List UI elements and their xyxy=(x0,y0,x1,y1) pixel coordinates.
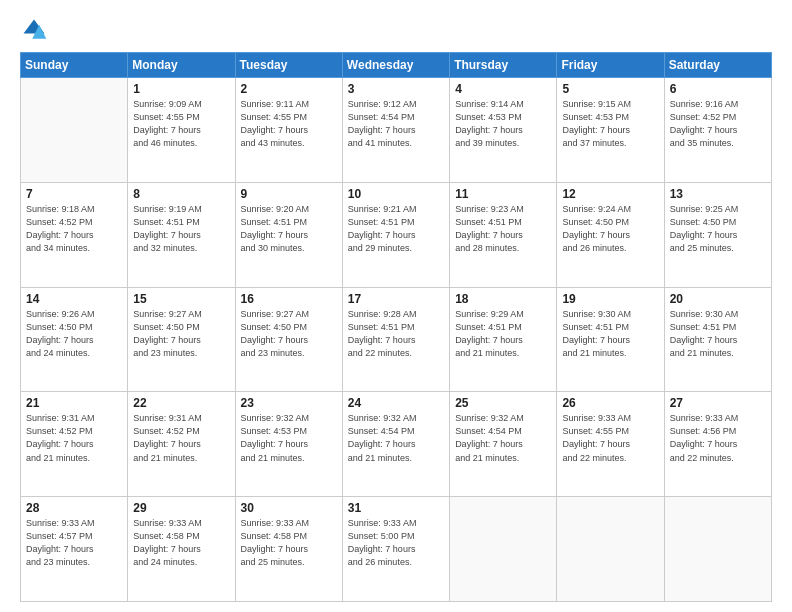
calendar-week-row: 28Sunrise: 9:33 AM Sunset: 4:57 PM Dayli… xyxy=(21,497,772,602)
weekday-header-sunday: Sunday xyxy=(21,53,128,78)
day-info: Sunrise: 9:33 AM Sunset: 4:56 PM Dayligh… xyxy=(670,412,766,464)
day-info: Sunrise: 9:33 AM Sunset: 5:00 PM Dayligh… xyxy=(348,517,444,569)
day-number: 9 xyxy=(241,187,337,201)
weekday-header-monday: Monday xyxy=(128,53,235,78)
weekday-header-row: SundayMondayTuesdayWednesdayThursdayFrid… xyxy=(21,53,772,78)
calendar-cell xyxy=(557,497,664,602)
page: SundayMondayTuesdayWednesdayThursdayFrid… xyxy=(0,0,792,612)
calendar-cell: 17Sunrise: 9:28 AM Sunset: 4:51 PM Dayli… xyxy=(342,287,449,392)
calendar-cell: 29Sunrise: 9:33 AM Sunset: 4:58 PM Dayli… xyxy=(128,497,235,602)
day-number: 17 xyxy=(348,292,444,306)
logo-icon xyxy=(20,16,48,44)
day-number: 18 xyxy=(455,292,551,306)
day-number: 16 xyxy=(241,292,337,306)
calendar-cell: 2Sunrise: 9:11 AM Sunset: 4:55 PM Daylig… xyxy=(235,78,342,183)
day-number: 5 xyxy=(562,82,658,96)
calendar-cell: 20Sunrise: 9:30 AM Sunset: 4:51 PM Dayli… xyxy=(664,287,771,392)
day-info: Sunrise: 9:23 AM Sunset: 4:51 PM Dayligh… xyxy=(455,203,551,255)
day-info: Sunrise: 9:32 AM Sunset: 4:53 PM Dayligh… xyxy=(241,412,337,464)
day-info: Sunrise: 9:33 AM Sunset: 4:58 PM Dayligh… xyxy=(133,517,229,569)
day-number: 4 xyxy=(455,82,551,96)
calendar-cell: 15Sunrise: 9:27 AM Sunset: 4:50 PM Dayli… xyxy=(128,287,235,392)
calendar-cell: 19Sunrise: 9:30 AM Sunset: 4:51 PM Dayli… xyxy=(557,287,664,392)
day-number: 2 xyxy=(241,82,337,96)
day-number: 13 xyxy=(670,187,766,201)
day-number: 30 xyxy=(241,501,337,515)
day-number: 28 xyxy=(26,501,122,515)
calendar-week-row: 14Sunrise: 9:26 AM Sunset: 4:50 PM Dayli… xyxy=(21,287,772,392)
day-number: 6 xyxy=(670,82,766,96)
day-number: 27 xyxy=(670,396,766,410)
calendar-cell: 3Sunrise: 9:12 AM Sunset: 4:54 PM Daylig… xyxy=(342,78,449,183)
day-number: 1 xyxy=(133,82,229,96)
day-number: 14 xyxy=(26,292,122,306)
calendar-cell: 8Sunrise: 9:19 AM Sunset: 4:51 PM Daylig… xyxy=(128,182,235,287)
day-info: Sunrise: 9:26 AM Sunset: 4:50 PM Dayligh… xyxy=(26,308,122,360)
day-number: 3 xyxy=(348,82,444,96)
day-info: Sunrise: 9:33 AM Sunset: 4:57 PM Dayligh… xyxy=(26,517,122,569)
day-info: Sunrise: 9:18 AM Sunset: 4:52 PM Dayligh… xyxy=(26,203,122,255)
day-number: 7 xyxy=(26,187,122,201)
day-number: 25 xyxy=(455,396,551,410)
day-info: Sunrise: 9:19 AM Sunset: 4:51 PM Dayligh… xyxy=(133,203,229,255)
weekday-header-wednesday: Wednesday xyxy=(342,53,449,78)
day-info: Sunrise: 9:28 AM Sunset: 4:51 PM Dayligh… xyxy=(348,308,444,360)
calendar-cell: 9Sunrise: 9:20 AM Sunset: 4:51 PM Daylig… xyxy=(235,182,342,287)
day-info: Sunrise: 9:33 AM Sunset: 4:55 PM Dayligh… xyxy=(562,412,658,464)
day-info: Sunrise: 9:12 AM Sunset: 4:54 PM Dayligh… xyxy=(348,98,444,150)
day-number: 26 xyxy=(562,396,658,410)
day-info: Sunrise: 9:16 AM Sunset: 4:52 PM Dayligh… xyxy=(670,98,766,150)
day-info: Sunrise: 9:27 AM Sunset: 4:50 PM Dayligh… xyxy=(133,308,229,360)
calendar-week-row: 7Sunrise: 9:18 AM Sunset: 4:52 PM Daylig… xyxy=(21,182,772,287)
day-number: 11 xyxy=(455,187,551,201)
calendar-cell: 7Sunrise: 9:18 AM Sunset: 4:52 PM Daylig… xyxy=(21,182,128,287)
calendar-cell: 4Sunrise: 9:14 AM Sunset: 4:53 PM Daylig… xyxy=(450,78,557,183)
calendar-cell: 10Sunrise: 9:21 AM Sunset: 4:51 PM Dayli… xyxy=(342,182,449,287)
day-info: Sunrise: 9:30 AM Sunset: 4:51 PM Dayligh… xyxy=(562,308,658,360)
day-number: 29 xyxy=(133,501,229,515)
calendar-cell: 26Sunrise: 9:33 AM Sunset: 4:55 PM Dayli… xyxy=(557,392,664,497)
calendar-week-row: 21Sunrise: 9:31 AM Sunset: 4:52 PM Dayli… xyxy=(21,392,772,497)
calendar-cell: 5Sunrise: 9:15 AM Sunset: 4:53 PM Daylig… xyxy=(557,78,664,183)
day-info: Sunrise: 9:24 AM Sunset: 4:50 PM Dayligh… xyxy=(562,203,658,255)
calendar-cell xyxy=(21,78,128,183)
day-info: Sunrise: 9:32 AM Sunset: 4:54 PM Dayligh… xyxy=(348,412,444,464)
calendar-cell: 25Sunrise: 9:32 AM Sunset: 4:54 PM Dayli… xyxy=(450,392,557,497)
day-number: 8 xyxy=(133,187,229,201)
weekday-header-thursday: Thursday xyxy=(450,53,557,78)
calendar-cell: 1Sunrise: 9:09 AM Sunset: 4:55 PM Daylig… xyxy=(128,78,235,183)
calendar-cell: 28Sunrise: 9:33 AM Sunset: 4:57 PM Dayli… xyxy=(21,497,128,602)
calendar-cell xyxy=(664,497,771,602)
weekday-header-friday: Friday xyxy=(557,53,664,78)
calendar-cell: 31Sunrise: 9:33 AM Sunset: 5:00 PM Dayli… xyxy=(342,497,449,602)
calendar-table: SundayMondayTuesdayWednesdayThursdayFrid… xyxy=(20,52,772,602)
day-number: 21 xyxy=(26,396,122,410)
day-info: Sunrise: 9:25 AM Sunset: 4:50 PM Dayligh… xyxy=(670,203,766,255)
calendar-cell: 22Sunrise: 9:31 AM Sunset: 4:52 PM Dayli… xyxy=(128,392,235,497)
calendar-cell: 6Sunrise: 9:16 AM Sunset: 4:52 PM Daylig… xyxy=(664,78,771,183)
day-info: Sunrise: 9:30 AM Sunset: 4:51 PM Dayligh… xyxy=(670,308,766,360)
calendar-cell: 16Sunrise: 9:27 AM Sunset: 4:50 PM Dayli… xyxy=(235,287,342,392)
day-number: 19 xyxy=(562,292,658,306)
calendar-cell: 24Sunrise: 9:32 AM Sunset: 4:54 PM Dayli… xyxy=(342,392,449,497)
day-info: Sunrise: 9:31 AM Sunset: 4:52 PM Dayligh… xyxy=(133,412,229,464)
calendar-cell: 14Sunrise: 9:26 AM Sunset: 4:50 PM Dayli… xyxy=(21,287,128,392)
day-number: 31 xyxy=(348,501,444,515)
day-info: Sunrise: 9:14 AM Sunset: 4:53 PM Dayligh… xyxy=(455,98,551,150)
calendar-cell: 12Sunrise: 9:24 AM Sunset: 4:50 PM Dayli… xyxy=(557,182,664,287)
day-info: Sunrise: 9:29 AM Sunset: 4:51 PM Dayligh… xyxy=(455,308,551,360)
calendar-cell: 23Sunrise: 9:32 AM Sunset: 4:53 PM Dayli… xyxy=(235,392,342,497)
day-number: 15 xyxy=(133,292,229,306)
day-number: 20 xyxy=(670,292,766,306)
day-number: 23 xyxy=(241,396,337,410)
calendar-cell: 11Sunrise: 9:23 AM Sunset: 4:51 PM Dayli… xyxy=(450,182,557,287)
day-info: Sunrise: 9:27 AM Sunset: 4:50 PM Dayligh… xyxy=(241,308,337,360)
day-info: Sunrise: 9:31 AM Sunset: 4:52 PM Dayligh… xyxy=(26,412,122,464)
day-info: Sunrise: 9:11 AM Sunset: 4:55 PM Dayligh… xyxy=(241,98,337,150)
calendar-cell: 13Sunrise: 9:25 AM Sunset: 4:50 PM Dayli… xyxy=(664,182,771,287)
calendar-cell: 18Sunrise: 9:29 AM Sunset: 4:51 PM Dayli… xyxy=(450,287,557,392)
calendar-cell: 27Sunrise: 9:33 AM Sunset: 4:56 PM Dayli… xyxy=(664,392,771,497)
header xyxy=(20,16,772,44)
logo xyxy=(20,16,52,44)
calendar-cell: 21Sunrise: 9:31 AM Sunset: 4:52 PM Dayli… xyxy=(21,392,128,497)
